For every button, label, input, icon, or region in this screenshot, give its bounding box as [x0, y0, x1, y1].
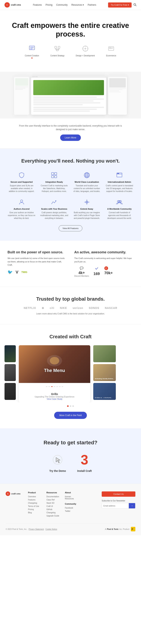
community-right: An active, awesome community. The Craft … — [74, 250, 134, 277]
try-demo-option[interactable]: Try the Demo — [49, 453, 66, 472]
brand-nike: NIKE — [60, 306, 67, 310]
trusted-section: Trusted by top global brands. NETFLIX ⊕ … — [0, 287, 141, 324]
svg-rect-25 — [51, 172, 54, 175]
svg-text:P: P — [132, 528, 133, 530]
svg-rect-22 — [109, 48, 111, 48]
footer-product-title: Product — [28, 492, 43, 494]
stat-check-num: 169 — [93, 272, 100, 276]
features-row-2: Authors Ascend Give your authors an intu… — [7, 198, 134, 220]
install-craft-option[interactable]: 3 Install Craft — [77, 453, 92, 472]
footer-link-docs[interactable]: Documentation — [46, 496, 61, 498]
content-creation-icon — [27, 44, 36, 53]
footer-link-stackoverflow[interactable]: Stack SO — [46, 502, 61, 504]
mockup-main — [31, 76, 106, 115]
footer-bottom: © 2023 Pixel & Tonic, Inc. · Privacy Sta… — [6, 524, 135, 531]
cs-color-4 — [54, 386, 55, 387]
footer-empty-col — [83, 492, 98, 518]
admin-icon — [116, 172, 123, 179]
open-source-left: Built on the power of open source. We us… — [7, 250, 67, 277]
nav-links: Features Pricing Community Resources ▾ P… — [33, 4, 96, 6]
svg-rect-27 — [51, 176, 54, 178]
feature-title-4: Authors Ascend — [7, 208, 36, 210]
footer-link-upgrade[interactable]: Upgrade Guide — [46, 515, 61, 517]
navigation: C craft cms Features Pricing Community R… — [0, 0, 141, 10]
footer: C craft cms Product Overview Features Ch… — [0, 484, 141, 535]
feature-extend: Extend Away Build anything you can imagi… — [73, 198, 101, 220]
number-3-icon: 3 — [78, 453, 91, 466]
case-study-image: The Menu — [19, 345, 90, 383]
svg-line-3 — [135, 5, 136, 6]
footer-link-pricing[interactable]: Pricing — [28, 508, 43, 510]
community-stats: 💬 4k+ Discord Members 169 C 70k+ — [74, 266, 134, 277]
footer-link-blog[interactable]: Blog — [28, 512, 43, 514]
view-all-features-button[interactable]: View All Features — [59, 225, 83, 231]
stat-discord: 💬 4k+ Discord Members — [74, 266, 89, 277]
nav-pricing[interactable]: Pricing — [45, 4, 52, 6]
right-thumbnails: Activating Goodly Estima... 36 Million A… — [93, 345, 116, 402]
community-text: The Craft community is welcoming and sup… — [74, 257, 134, 263]
newsletter-submit-button[interactable]: → — [129, 503, 135, 508]
footer-link-features[interactable]: Features — [28, 499, 43, 501]
open-source-logos: 🐦 V TWIG — [7, 270, 67, 275]
nav-partners[interactable]: Partners — [88, 4, 96, 6]
footer-logo: C craft cms — [6, 492, 20, 496]
contact-us-button[interactable]: Contact Us — [102, 492, 135, 497]
more-craft-button[interactable]: More Craft in the Field — [54, 412, 87, 419]
footer-privacy-link[interactable]: Privacy Statement — [29, 528, 44, 530]
footer-link-classref[interactable]: Class Ref — [46, 499, 61, 501]
nav-features[interactable]: Features — [33, 4, 42, 6]
features-row-1: Secure and Supported Support plans and S… — [7, 172, 134, 193]
svg-point-2 — [134, 4, 136, 5]
newsletter-email-input[interactable] — [102, 503, 129, 508]
pag-dot-2 — [70, 405, 71, 407]
cs-color-3-active — [51, 386, 53, 387]
open-source-section: Built on the power of open source. We us… — [0, 241, 141, 287]
craft-stat-icon: C — [104, 266, 113, 270]
hero-icon-design-dev: Design + Development — [76, 44, 95, 58]
try-craft-button[interactable]: Try Craft For Free ▾ — [108, 2, 132, 8]
thumb-left-1 — [4, 345, 16, 362]
feature-desc-4: Give your authors an intuitive experienc… — [7, 211, 36, 220]
open-source-text: We use (and contribute to) some of the b… — [7, 257, 67, 267]
trusted-desc: Learn more about why Craft CMS is the be… — [7, 312, 134, 315]
footer-link-changelog2[interactable]: Changelog — [46, 512, 61, 514]
made-by-suffix: Inc. Product — [119, 528, 129, 530]
feature-title-2: World Class Localization — [73, 181, 101, 183]
footer-link-twitter[interactable]: Twitter — [65, 510, 80, 512]
footer-community-section: Community Facebook Twitter — [65, 503, 80, 512]
footer-link-craftui[interactable]: Craft UI — [46, 505, 61, 507]
footer-logo-icon: C — [6, 492, 10, 496]
localization-icon — [83, 172, 91, 179]
feature-title-1: Integration Ready — [40, 181, 68, 183]
svg-rect-26 — [54, 172, 57, 175]
svg-rect-8 — [55, 46, 57, 48]
footer-cookie-link[interactable]: Cookie Notice — [45, 528, 57, 530]
footer-link-overview[interactable]: Overview — [28, 496, 43, 498]
case-study-link[interactable]: View Case Study — [22, 398, 87, 400]
svg-rect-9 — [58, 46, 60, 48]
scales-icon — [50, 198, 58, 206]
footer-link-facebook[interactable]: Facebook — [65, 507, 80, 509]
logo[interactable]: C craft cms — [4, 2, 21, 8]
newsletter-label: Subscribe to Our Newsletter — [102, 500, 135, 502]
thumb-left-2 — [4, 364, 16, 381]
footer-link-github[interactable]: GitHub — [46, 508, 61, 510]
search-icon[interactable] — [134, 3, 137, 7]
nav-community[interactable]: Community — [56, 4, 68, 6]
everything-headline: Everything you'll need. Nothing you won'… — [7, 158, 134, 164]
mockup-right — [108, 76, 127, 115]
svg-point-36 — [118, 173, 118, 174]
hero-icon-content-strategy: Content Strategy — [50, 44, 64, 58]
twitter-icon: 🐦 — [7, 270, 12, 275]
footer-link-terms[interactable]: Terms of Use — [28, 505, 43, 507]
footer-link-changelog[interactable]: Changelog — [28, 502, 43, 504]
feature-admin: Internationalized Admin Craft's control … — [106, 172, 134, 193]
footer-link-hr[interactable]: Human Resources — [65, 496, 80, 500]
cs-color-5 — [56, 386, 58, 387]
brand-nascar: NASCAR — [105, 306, 117, 310]
extend-icon — [83, 198, 91, 206]
learn-more-button[interactable]: Learn More — [60, 134, 81, 141]
feature-secure: Secure and Supported Support plans and S… — [7, 172, 36, 193]
svg-rect-28 — [54, 176, 57, 178]
nav-resources[interactable]: Resources ▾ — [71, 4, 84, 6]
